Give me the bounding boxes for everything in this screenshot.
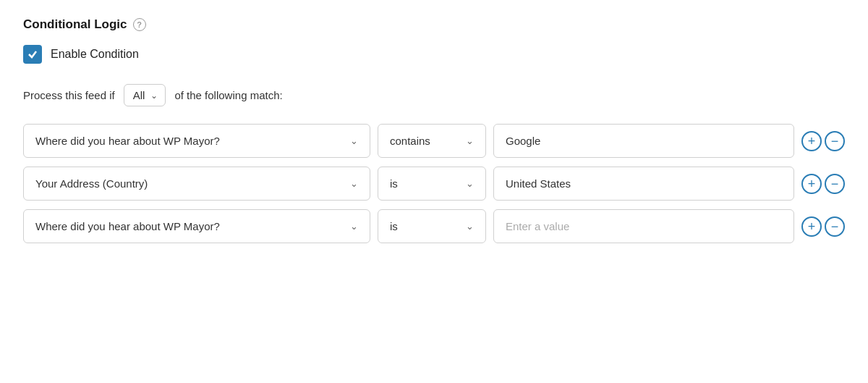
action-buttons: + − — [801, 131, 845, 151]
field-chevron-icon: ⌄ — [350, 135, 358, 146]
remove-condition-button[interactable]: − — [825, 174, 845, 194]
value-input[interactable] — [493, 209, 794, 243]
operator-chevron-icon: ⌄ — [466, 221, 474, 232]
field-chevron-icon: ⌄ — [350, 221, 358, 232]
condition-row: Where did you hear about WP Mayor? ⌄ is … — [23, 209, 845, 243]
add-condition-button[interactable]: + — [801, 174, 822, 194]
operator-chevron-icon: ⌄ — [466, 135, 474, 146]
field-select[interactable]: Where did you hear about WP Mayor? ⌄ — [23, 209, 370, 243]
operator-select-text: is — [390, 220, 398, 232]
remove-condition-button[interactable]: − — [825, 216, 845, 237]
feed-condition-row: Process this feed if All ⌄ of the follow… — [23, 84, 845, 106]
all-select[interactable]: All ⌄ — [124, 84, 166, 106]
field-select-text: Your Address (Country) — [35, 177, 148, 190]
action-buttons: + − — [801, 216, 845, 237]
operator-select[interactable]: is ⌄ — [378, 209, 486, 243]
conditions-list: Where did you hear about WP Mayor? ⌄ con… — [23, 124, 845, 243]
action-buttons: + − — [801, 174, 845, 194]
field-select-text: Where did you hear about WP Mayor? — [35, 220, 220, 232]
all-select-chevron-icon: ⌄ — [150, 91, 158, 101]
condition-row: Your Address (Country) ⌄ is ⌄ + − — [23, 167, 845, 201]
operator-chevron-icon: ⌄ — [466, 178, 474, 189]
enable-condition-label: Enable Condition — [51, 48, 139, 61]
condition-row: Where did you hear about WP Mayor? ⌄ con… — [23, 124, 845, 158]
feed-suffix-text: of the following match: — [174, 89, 282, 101]
operator-select[interactable]: is ⌄ — [378, 167, 486, 201]
section-title: Conditional Logic ? — [23, 17, 845, 32]
value-input[interactable] — [493, 124, 794, 158]
section-title-text: Conditional Logic — [23, 17, 127, 32]
all-select-value: All — [133, 89, 145, 101]
remove-condition-button[interactable]: − — [825, 131, 845, 151]
field-select[interactable]: Where did you hear about WP Mayor? ⌄ — [23, 124, 370, 158]
operator-select[interactable]: contains ⌄ — [378, 124, 486, 158]
enable-condition-checkbox[interactable] — [23, 45, 42, 64]
operator-select-text: contains — [390, 135, 430, 147]
help-icon[interactable]: ? — [133, 18, 146, 31]
field-select[interactable]: Your Address (Country) ⌄ — [23, 167, 370, 201]
checkmark-icon — [27, 49, 38, 59]
feed-prefix-text: Process this feed if — [23, 89, 115, 101]
field-select-text: Where did you hear about WP Mayor? — [35, 135, 220, 147]
field-chevron-icon: ⌄ — [350, 178, 358, 189]
operator-select-text: is — [390, 177, 398, 190]
add-condition-button[interactable]: + — [801, 131, 822, 151]
value-input[interactable] — [493, 167, 794, 201]
add-condition-button[interactable]: + — [801, 216, 822, 237]
enable-condition-row: Enable Condition — [23, 45, 845, 64]
